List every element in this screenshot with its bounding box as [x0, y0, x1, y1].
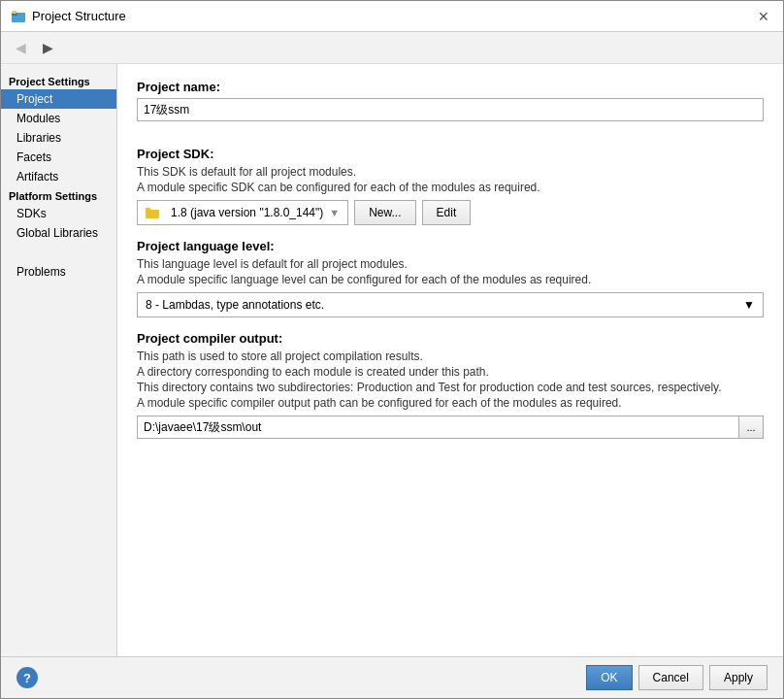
project-sdk-row: 1.8 (java version "1.8.0_144") ▼ New... …	[137, 200, 764, 225]
compiler-output-path-input[interactable]	[137, 416, 738, 439]
project-structure-dialog: Project Structure ✕ ◀ ▶ Project Settings…	[0, 0, 784, 699]
language-level-desc2: A module specific language level can be …	[137, 273, 764, 286]
close-button[interactable]: ✕	[754, 7, 773, 26]
language-level-value: 8 - Lambdas, type annotations etc.	[146, 298, 324, 312]
help-button[interactable]: ?	[16, 667, 38, 688]
footer: ? OK Cancel Apply	[1, 656, 783, 698]
project-name-input[interactable]	[137, 98, 764, 121]
language-level-section: Project language level: This language le…	[137, 239, 764, 317]
project-sdk-label: Project SDK:	[137, 147, 764, 161]
title-bar-left: Project Structure	[11, 9, 126, 24]
project-settings-label: Project Settings	[1, 72, 116, 89]
project-sdk-desc1: This SDK is default for all project modu…	[137, 165, 764, 179]
compiler-output-desc4: A module specific compiler output path c…	[137, 396, 764, 410]
compiler-output-section: Project compiler output: This path is us…	[137, 331, 764, 439]
toolbar: ◀ ▶	[1, 32, 783, 64]
compiler-output-path-row: ...	[137, 416, 764, 439]
title-bar: Project Structure ✕	[1, 1, 783, 32]
dialog-title: Project Structure	[32, 9, 126, 23]
sidebar-item-project[interactable]: Project	[1, 89, 116, 109]
sidebar-item-global-libraries[interactable]: Global Libraries	[1, 223, 116, 243]
platform-settings-label: Platform Settings	[1, 186, 116, 204]
sdk-dropdown[interactable]: 1.8 (java version "1.8.0_144") ▼	[137, 200, 348, 225]
language-level-dropdown[interactable]: 8 - Lambdas, type annotations etc. ▼	[137, 292, 764, 317]
cancel-button[interactable]: Cancel	[638, 665, 703, 690]
svg-rect-3	[146, 210, 159, 218]
sidebar-item-sdks[interactable]: SDKs	[1, 204, 116, 223]
sidebar-item-facets[interactable]: Facets	[1, 148, 116, 167]
sidebar-item-problems[interactable]: Problems	[1, 262, 116, 282]
language-level-desc1: This language level is default for all p…	[137, 257, 764, 271]
sdk-new-button[interactable]: New...	[354, 200, 415, 225]
project-name-label: Project name:	[137, 80, 764, 94]
ok-button[interactable]: OK	[586, 665, 632, 690]
compiler-output-desc3: This directory contains two subdirectori…	[137, 381, 764, 394]
compiler-output-browse-button[interactable]: ...	[738, 416, 764, 439]
sdk-value: 1.8 (java version "1.8.0_144")	[171, 206, 323, 219]
sdk-edit-button[interactable]: Edit	[422, 200, 472, 225]
forward-button[interactable]: ▶	[36, 36, 59, 59]
svg-rect-2	[12, 11, 16, 14]
project-sdk-desc2: A module specific SDK can be configured …	[137, 181, 764, 194]
compiler-output-desc2: A directory corresponding to each module…	[137, 365, 764, 379]
back-button[interactable]: ◀	[9, 36, 32, 59]
language-level-chevron-icon: ▼	[743, 298, 755, 312]
dialog-icon	[11, 9, 26, 24]
sidebar-item-modules[interactable]: Modules	[1, 109, 116, 128]
compiler-output-desc1: This path is used to store all project c…	[137, 350, 764, 363]
sidebar-item-libraries[interactable]: Libraries	[1, 128, 116, 148]
sidebar: Project Settings Project Modules Librari…	[1, 64, 117, 656]
project-sdk-section: Project SDK: This SDK is default for all…	[137, 147, 764, 225]
svg-rect-4	[146, 208, 150, 211]
compiler-output-label: Project compiler output:	[137, 331, 764, 346]
sdk-dropdown-icon	[146, 206, 165, 219]
main-panel: Project name: Project SDK: This SDK is d…	[117, 64, 783, 656]
apply-button[interactable]: Apply	[709, 665, 768, 690]
project-name-section: Project name:	[137, 80, 764, 133]
sdk-chevron-icon: ▼	[329, 207, 340, 218]
sidebar-item-artifacts[interactable]: Artifacts	[1, 167, 116, 186]
language-level-label: Project language level:	[137, 239, 764, 253]
content-area: Project Settings Project Modules Librari…	[1, 64, 783, 656]
